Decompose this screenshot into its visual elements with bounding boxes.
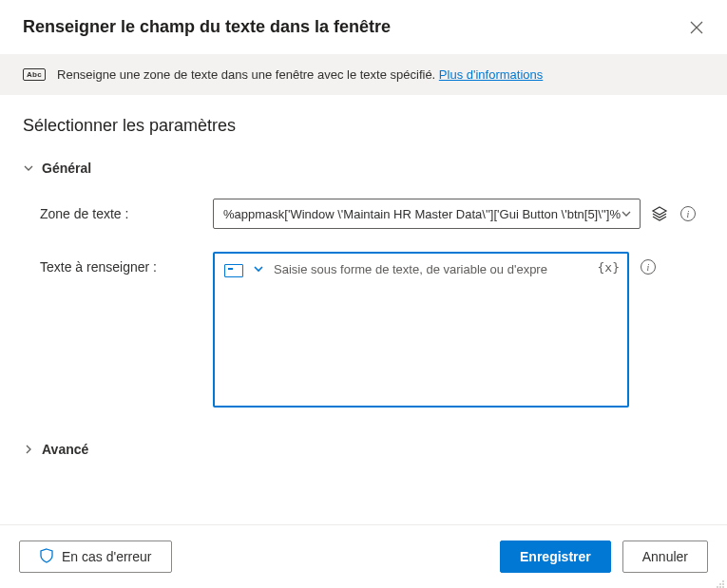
resize-grip[interactable] [716, 577, 725, 586]
advanced-section-toggle[interactable]: Avancé [23, 442, 704, 457]
close-icon [689, 20, 704, 35]
svg-point-2 [722, 583, 724, 585]
svg-point-0 [722, 580, 724, 582]
textbox-value: %appmask['Window \'Maintain HR Master Da… [223, 207, 621, 221]
general-label: Général [42, 161, 91, 176]
chevron-down-icon [621, 208, 632, 219]
more-info-link[interactable]: Plus d'informations [439, 67, 543, 82]
text-to-fill-label: Texte à renseigner : [40, 252, 213, 275]
dialog-title: Renseigner le champ du texte dans la fen… [23, 17, 391, 37]
general-section-toggle[interactable]: Général [23, 161, 704, 176]
ui-element-picker-button[interactable] [650, 199, 669, 229]
text-to-fill-input[interactable]: Saisie sous forme de texte, de variable … [213, 252, 629, 408]
info-bar: Abc Renseigne une zone de texte dans une… [0, 54, 727, 95]
insert-variable-button[interactable]: {x} [598, 260, 620, 275]
textfield-icon [224, 264, 243, 277]
textbox-selector[interactable]: %appmask['Window \'Maintain HR Master Da… [213, 199, 641, 229]
text-to-fill-row: Texte à renseigner : Saisie sous forme d… [23, 252, 704, 408]
svg-point-1 [719, 583, 721, 585]
text-to-fill-placeholder: Saisie sous forme de texte, de variable … [274, 261, 618, 276]
info-icon: i [641, 259, 656, 275]
cancel-button[interactable]: Annuler [622, 541, 708, 573]
dialog-footer: En cas d'erreur Enregistrer Annuler [0, 524, 727, 588]
dialog-content: Sélectionner les paramètres Général Zone… [0, 95, 727, 457]
chevron-down-icon [253, 263, 264, 277]
textbox-row: Zone de texte : %appmask['Window \'Maint… [23, 199, 704, 229]
textbox-icon: Abc [23, 68, 46, 81]
dialog-header: Renseigner le champ du texte dans la fen… [0, 0, 727, 54]
layers-icon [651, 205, 668, 222]
on-error-label: En cas d'erreur [62, 549, 152, 564]
save-button[interactable]: Enregistrer [500, 541, 611, 573]
shield-icon [39, 548, 54, 566]
chevron-down-icon [23, 162, 34, 174]
textbox-info-button[interactable]: i [679, 199, 698, 229]
advanced-label: Avancé [42, 442, 88, 457]
section-title: Sélectionner les paramètres [23, 116, 704, 136]
info-icon: i [680, 206, 696, 221]
text-to-fill-info-button[interactable]: i [639, 252, 658, 282]
textbox-label: Zone de texte : [40, 199, 213, 221]
close-button[interactable] [689, 20, 704, 35]
on-error-button[interactable]: En cas d'erreur [19, 541, 172, 573]
chevron-right-icon [23, 444, 34, 455]
info-text: Renseigne une zone de texte dans une fen… [57, 67, 543, 82]
